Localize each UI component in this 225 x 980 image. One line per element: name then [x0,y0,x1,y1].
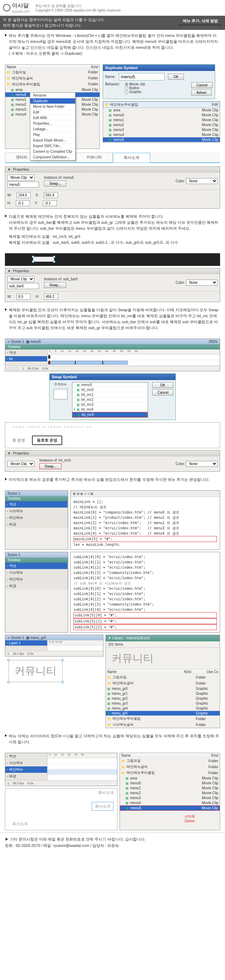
type-select[interactable]: Movie Clip [7,461,34,467]
ok-button[interactable]: OK [152,382,173,388]
lib-item[interactable]: 서브메뉴글씨Folder [106,722,220,728]
radio-button[interactable] [125,86,128,90]
lib-item[interactable]: menu_gr0Graphic [106,686,220,691]
lib-item[interactable]: menu_gr4Graphic [106,706,220,711]
color-select[interactable]: None [186,280,218,286]
layer-row[interactable]: ▫액션 [5,350,47,356]
type-select[interactable]: Movie Clip [7,175,34,181]
swap-item[interactable]: txt_mc3 [81,402,94,406]
frame-ruler[interactable]: 1 5 10 15 20 25 30 35 40 45 50 55 60 [48,350,220,355]
ctx-properties[interactable]: Properties... [30,121,75,126]
lib-item[interactable]: 메인메뉴무비클립Folder [106,716,220,722]
selected-clip[interactable] [33,257,54,262]
ctx-rename[interactable]: Rename [30,93,75,99]
w-input[interactable] [16,192,30,198]
radio-movieclip[interactable] [125,83,128,86]
lib-item[interactable]: menu2Movie Clip [120,791,220,795]
lib-item[interactable]: menu4Movie Clip [120,800,220,805]
radio-graphic[interactable] [125,91,128,94]
lib-item-selected[interactable]: menu5 [113,138,200,142]
code-body[interactable]: mainLink = [];// 메인메뉴의 경로mainLink[0] = "… [71,497,220,549]
scene-crumb[interactable]: Scene 1 [7,492,21,495]
ctx-convert[interactable]: Convert to Compiled Clip [30,149,75,154]
lib-item[interactable]: area [113,108,200,112]
lib-item[interactable]: menu1Movie Clip [120,786,220,791]
color-select[interactable]: None [186,178,218,184]
lib-item[interactable]: menu_gr1Graphic [106,691,220,696]
cancel-button[interactable]: Cancel [191,82,213,88]
tab-item-active[interactable]: 회사소개 [113,153,150,162]
lib-item[interactable]: 그림파일 [12,70,87,75]
lib-item[interactable]: menu4 [113,133,200,137]
ctx-edit[interactable]: Edit [30,110,75,115]
layer-row-selected[interactable]: ▫액션 [5,501,67,508]
swap-item[interactable]: txt_mc2 [81,398,94,401]
lib-item[interactable]: menu_gr2Graphic [106,696,220,701]
lib-item[interactable]: 그림파일Folder [120,758,220,764]
lib-item-selected[interactable]: menu5Movie Clip [120,805,220,811]
layer-row-selected[interactable]: ▫액션 [5,563,67,570]
ctx-editwith[interactable]: Edit With [30,115,75,121]
swap-item[interactable]: menu5 [81,383,92,387]
code-body[interactable]: subLink[4][0] = "ecrui/index.htm";subLin… [71,552,220,632]
swap-button[interactable]: Swap... [44,181,66,186]
layer-row[interactable]: ▫배경 [5,521,67,528]
advanced-button[interactable]: Advan [191,89,212,95]
symbol-stage[interactable]: 커뮤니티 [8,660,62,682]
color-select[interactable]: None [186,461,218,467]
instance-name-input[interactable] [7,181,39,188]
lib-item[interactable]: menu0Movie Clip [120,781,220,786]
scene-crumb[interactable]: Scene 1 [7,553,21,557]
ctx-play[interactable]: Play [30,132,75,138]
cancel-button[interactable]: Cancel [152,390,173,396]
lib-item[interactable]: menu_gr5Graphic [106,711,220,716]
lib-folder[interactable]: 메인메뉴무비클립 [110,102,211,107]
h-input[interactable] [16,200,30,206]
scene-crumb[interactable]: Scene 1 [11,340,24,344]
lib-item[interactable]: menu3Movie Clip [120,795,220,800]
lib-item[interactable]: 메인메뉴글씨 [12,76,87,81]
ctx-export-swc[interactable]: Export SWC File... [30,143,75,149]
layer-row[interactable]: ▫서브메뉴 [5,508,67,515]
swap-button[interactable]: Swap... [39,463,62,469]
symbol-crumb[interactable]: menu5 [30,340,41,344]
type-select[interactable]: Movie Clip [7,276,34,282]
ctx-compdef[interactable]: Component Definition... [30,154,75,160]
lib-item[interactable]: 메인메뉴글씨Folder [106,680,220,686]
h-input[interactable] [44,294,58,300]
swap-item[interactable]: txt_mc0 [81,388,94,391]
lib-item[interactable]: menu0 [113,113,200,117]
layer-row[interactable]: ▫메인메뉴 [5,515,67,521]
lib-item[interactable]: menu_gr3Graphic [106,701,220,706]
lib-item[interactable]: areaMovie Clip [120,776,220,781]
lib-item[interactable]: 메인메뉴글씨Folder [120,764,220,770]
text-item-selected[interactable]: 동호회 운영 [32,436,62,445]
layer-row[interactable]: ▫메인메뉴 [5,576,67,583]
ctx-move[interactable]: Move to New Folder [30,104,75,110]
lib-item[interactable]: area [16,88,80,92]
y-input[interactable] [43,200,57,206]
lib-item[interactable]: menu1 [113,118,200,122]
swap-item-selected[interactable]: txt_mc5 [81,413,94,417]
name-input[interactable] [119,73,164,80]
swap-button[interactable]: Swap... [44,282,66,288]
ctx-export-swf[interactable]: Export Flash Movie... [30,138,75,143]
ok-button[interactable]: OK [168,74,184,80]
lib-item[interactable]: 그림파일Folder [106,675,220,680]
swap-item[interactable]: txt_mc4 [81,407,94,411]
swap-item[interactable]: txt_mc1 [81,393,94,396]
ctx-duplicate[interactable]: Duplicate [30,99,75,104]
instance-name-input[interactable] [7,283,39,289]
layer-row[interactable]: ▫서브메뉴 [5,570,67,576]
lib-item[interactable]: 메인메뉴무비클립Folder [120,770,220,776]
ctx-linkage[interactable]: Linkage... [30,126,75,132]
layer-row-selected[interactable]: ▫txt [5,356,47,362]
lib-item[interactable]: 메인메뉴무비클립 [12,82,87,87]
lib-item[interactable]: menu2 [113,123,200,127]
zoom-value[interactable]: 200% [209,340,218,344]
layer-row[interactable]: ▫배경 [5,583,67,589]
x-input[interactable] [44,192,58,198]
w-input[interactable] [16,294,30,300]
tab-item[interactable]: 커뮤니티 [76,153,113,162]
lib-item[interactable]: menu3 [113,128,200,132]
